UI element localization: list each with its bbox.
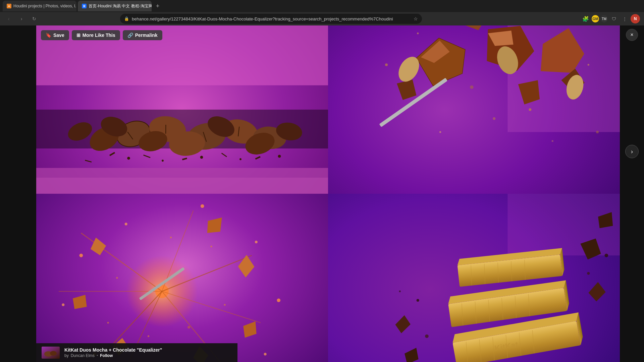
close-button[interactable]: × xyxy=(626,29,638,41)
star-icon[interactable]: ☆ xyxy=(414,16,418,21)
svg-point-56 xyxy=(552,140,553,142)
gallery-cell-bottom-left xyxy=(36,194,328,362)
tab-houdini[interactable]: H Houdini projects | Photos, videos, l..… xyxy=(3,1,76,11)
dot-separator: • xyxy=(97,353,98,358)
new-tab-button[interactable]: + xyxy=(153,1,162,11)
follow-button[interactable]: Follow xyxy=(100,353,113,358)
more-like-this-button[interactable]: ⊞ More Like This xyxy=(72,30,120,40)
next-arrow-button[interactable]: › xyxy=(625,145,639,158)
svg-point-29 xyxy=(200,156,203,159)
svg-point-48 xyxy=(385,63,388,66)
more-label: More Like This xyxy=(83,33,115,38)
gallery-cell-top-left xyxy=(36,25,328,194)
project-title: KitKat Duos Mocha + Chocolate "Equalizer… xyxy=(64,347,162,353)
gallery-grid: KitKat xyxy=(36,25,620,362)
svg-point-55 xyxy=(493,117,495,120)
profile-button[interactable]: N xyxy=(631,14,640,23)
settings-icon[interactable]: ⋮ xyxy=(620,14,629,23)
svg-point-93 xyxy=(148,335,149,337)
project-thumbnail xyxy=(42,347,60,359)
content-area: 🔖 Save ⊞ More Like This 🔗 Permalink xyxy=(0,25,644,362)
svg-point-138 xyxy=(50,351,57,356)
svg-point-49 xyxy=(417,33,419,34)
url-bar[interactable]: 🔒 behance.net/gallery/122734843/KitKat-D… xyxy=(120,14,422,24)
permalink-label: Permalink xyxy=(135,33,158,38)
extensions-icon[interactable]: 🧩 xyxy=(581,14,590,23)
svg-point-134 xyxy=(425,335,429,338)
svg-point-133 xyxy=(417,299,419,302)
svg-point-96 xyxy=(210,246,212,247)
svg-point-95 xyxy=(116,277,118,279)
left-sidebar xyxy=(0,25,36,362)
browser-icons: 🧩 GM TM 🛡 ⋮ N xyxy=(581,14,640,23)
greasemonkey-icon[interactable]: GM xyxy=(592,15,599,22)
svg-point-53 xyxy=(596,131,599,133)
author-name: Duncan Elms xyxy=(71,353,95,358)
svg-point-94 xyxy=(187,326,190,328)
gallery-cell-top-right xyxy=(328,25,620,194)
svg-point-91 xyxy=(170,237,172,238)
tampermonkey-icon[interactable]: TM xyxy=(600,15,608,22)
svg-point-27 xyxy=(127,157,130,160)
svg-point-52 xyxy=(588,64,589,65)
svg-point-92 xyxy=(224,304,225,306)
url-text: behance.net/gallery/122734843/KitKat-Duo… xyxy=(132,16,393,21)
svg-point-54 xyxy=(439,131,441,133)
svg-point-81 xyxy=(125,223,127,225)
svg-point-78 xyxy=(79,254,83,257)
svg-point-28 xyxy=(162,160,164,162)
tab-bar: H Houdini projects | Photos, videos, l..… xyxy=(0,0,644,12)
forward-button[interactable]: › xyxy=(17,14,26,23)
bottom-bar: KitKat Duos Mocha + Chocolate "Equalizer… xyxy=(36,343,237,362)
address-bar: ‹ › ↻ 🔒 behance.net/gallery/122734843/Ki… xyxy=(0,12,644,25)
svg-point-135 xyxy=(399,290,400,292)
svg-point-30 xyxy=(239,158,241,160)
save-icon: 🔖 xyxy=(46,33,51,38)
more-icon: ⊞ xyxy=(76,33,80,38)
tab-behance[interactable]: 首 首页-Houdini 淘易 中文 教程-淘宝网 × xyxy=(78,1,152,11)
by-label: by xyxy=(64,353,69,358)
svg-point-84 xyxy=(277,299,280,302)
project-info: KitKat Duos Mocha + Chocolate "Equalizer… xyxy=(64,347,162,358)
save-button[interactable]: 🔖 Save xyxy=(41,30,69,40)
tab-label-houdini: Houdini projects | Photos, videos, l... xyxy=(13,4,76,8)
back-button[interactable]: ‹ xyxy=(4,14,13,23)
browser-chrome: H Houdini projects | Photos, videos, l..… xyxy=(0,0,644,25)
gallery-container: 🔖 Save ⊞ More Like This 🔗 Permalink xyxy=(36,25,620,362)
project-author-row: by Duncan Elms • Follow xyxy=(64,353,162,358)
svg-point-79 xyxy=(62,303,64,306)
refresh-button[interactable]: ↻ xyxy=(30,14,39,23)
svg-point-31 xyxy=(278,155,281,158)
svg-point-50 xyxy=(470,85,474,89)
toolbar-overlay: 🔖 Save ⊞ More Like This 🔗 Permalink xyxy=(41,30,162,40)
permalink-button[interactable]: 🔗 Permalink xyxy=(123,30,162,40)
tab-favicon-houdini: H xyxy=(7,4,11,8)
tab-favicon-behance: 首 xyxy=(82,4,87,8)
svg-point-132 xyxy=(587,272,590,275)
shield-icon[interactable]: 🛡 xyxy=(609,14,619,23)
save-label: Save xyxy=(53,33,64,38)
svg-rect-33 xyxy=(36,178,328,194)
gallery-cell-bottom-right: KitKat xyxy=(328,194,620,362)
right-sidebar: × › xyxy=(620,25,644,362)
svg-point-51 xyxy=(529,108,531,111)
tab-label-behance: 首页-Houdini 淘易 中文 教程-淘宝网 xyxy=(89,3,152,9)
svg-point-90 xyxy=(107,322,109,323)
link-icon: 🔗 xyxy=(127,33,133,38)
lock-icon: 🔒 xyxy=(124,16,129,21)
svg-point-83 xyxy=(255,241,258,243)
svg-point-85 xyxy=(264,353,267,356)
svg-point-131 xyxy=(604,254,608,257)
svg-point-82 xyxy=(201,204,204,208)
